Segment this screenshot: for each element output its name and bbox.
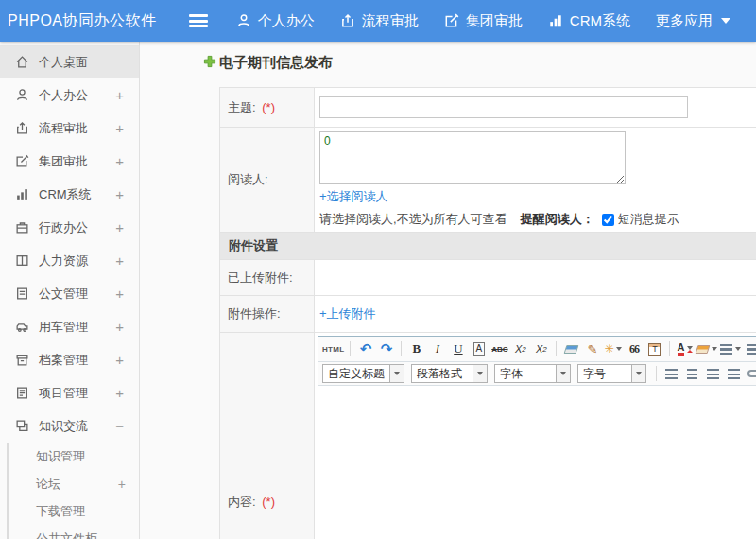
font-size-select[interactable]: 字号 — [577, 364, 646, 383]
archive-icon — [15, 353, 29, 367]
highlight-color-button[interactable] — [696, 340, 717, 358]
strikethrough-button[interactable]: ABC — [490, 340, 508, 358]
top-nav: 个人办公 流程审批 集团审批 CRM系统 更多应用 — [236, 12, 756, 30]
auto-typeset-button[interactable]: ✳ — [604, 340, 622, 358]
sidebar-item-workflow-approval[interactable]: 流程审批 + — [0, 112, 139, 145]
expand-toggle[interactable]: + — [115, 252, 124, 269]
eraser-icon — [564, 345, 579, 354]
publish-form: 主题: (*) 阅读人: 0 +选择阅读人 请选择阅读人,不选为所有 — [219, 87, 756, 539]
expand-toggle[interactable]: + — [115, 219, 124, 235]
editor-content-area[interactable] — [318, 386, 756, 539]
custom-title-select[interactable]: 自定义标题 — [322, 364, 404, 383]
paragraph-format-select[interactable]: 段落格式 — [411, 364, 488, 383]
brush-icon: ✎ — [587, 342, 597, 356]
blockquote-button[interactable]: 66 — [625, 340, 643, 358]
nav-group-approval[interactable]: 集团审批 — [444, 12, 523, 30]
sidebar-item-crm[interactable]: CRM系统 + — [0, 178, 139, 211]
redo-button[interactable]: ↷ — [377, 340, 395, 358]
subject-input[interactable] — [319, 96, 688, 118]
undo-button[interactable]: ↶ — [356, 340, 374, 358]
sidebar-subitem-download-mgmt[interactable]: 下载管理 — [9, 497, 139, 525]
expand-toggle[interactable]: + — [115, 120, 124, 136]
align-right-button[interactable] — [704, 365, 722, 383]
sidebar-subnav-knowledge: 知识管理 论坛 + 下载管理 公共文件柜 — [7, 443, 139, 539]
bar-chart-icon — [548, 13, 563, 28]
upload-attachment-link[interactable]: +上传附件 — [319, 306, 376, 321]
font-family-select[interactable]: 字体 — [494, 364, 571, 383]
subscript-button[interactable]: X2 — [532, 340, 550, 358]
unordered-list-button[interactable] — [744, 340, 756, 358]
expand-toggle[interactable]: + — [115, 319, 124, 335]
nav-more-apps[interactable]: 更多应用 — [656, 12, 730, 30]
nav-crm-system[interactable]: CRM系统 — [548, 12, 630, 30]
link-icon — [747, 370, 756, 377]
format-painter-button[interactable]: ✎ — [583, 340, 601, 358]
content-row: 内容: (*) HTML ↶ ↷ B I — [220, 333, 756, 539]
justify-button[interactable] — [725, 365, 743, 383]
underline-button[interactable]: U — [449, 340, 467, 358]
nav-personal-office[interactable]: 个人办公 — [236, 12, 315, 30]
editor-toolbar-row2: 自定义标题 段落格式 字体 — [318, 362, 756, 386]
unordered-list-icon — [747, 344, 756, 355]
ordered-list-button[interactable] — [720, 340, 741, 358]
sidebar-subitem-public-cabinet[interactable]: 公共文件柜 — [9, 525, 139, 539]
document-icon — [15, 287, 29, 301]
align-left-icon — [665, 369, 678, 379]
nav-workflow-approval[interactable]: 流程审批 — [340, 12, 419, 30]
sidebar-item-group-approval[interactable]: 集团审批 + — [0, 145, 139, 178]
char-border-button[interactable]: A — [470, 340, 488, 358]
readers-textarea[interactable]: 0 — [319, 131, 626, 184]
sidebar-item-vehicle-mgmt[interactable]: 用车管理 + — [0, 310, 139, 343]
remind-readers-label: 提醒阅读人： — [521, 211, 594, 228]
font-color-button[interactable]: A — [676, 340, 694, 358]
ordered-list-icon — [720, 344, 732, 355]
expand-toggle[interactable]: + — [115, 352, 124, 368]
bold-button[interactable]: B — [407, 340, 425, 358]
toolbar-separator — [350, 341, 351, 356]
rich-text-editor: HTML ↶ ↷ B I U A ABC X2 X2 — [318, 336, 756, 539]
expand-toggle[interactable]: + — [115, 286, 124, 302]
html-source-button[interactable]: HTML — [322, 340, 344, 358]
expand-toggle[interactable]: + — [115, 87, 124, 103]
sidebar-item-project-mgmt[interactable]: 项目管理 + — [0, 376, 139, 409]
insert-link-button[interactable] — [746, 365, 756, 383]
justify-icon — [728, 369, 740, 379]
remove-format-button[interactable] — [562, 340, 580, 358]
editor-toolbar-row1: HTML ↶ ↷ B I U A ABC X2 X2 — [318, 337, 756, 362]
insert-date-button[interactable]: T — [645, 340, 663, 358]
chat-icon — [15, 419, 29, 433]
sms-notify-checkbox[interactable] — [602, 214, 614, 226]
superscript-button[interactable]: X2 — [511, 340, 529, 358]
align-left-button[interactable] — [662, 365, 680, 383]
sidebar-item-knowledge-exchange[interactable]: 知识交流 − — [0, 409, 139, 443]
sidebar-item-hr[interactable]: 人力资源 + — [0, 244, 139, 277]
sidebar-item-doc-mgmt[interactable]: 公文管理 + — [0, 277, 139, 310]
sidebar-item-personal-desktop[interactable]: 个人桌面 — [0, 45, 139, 78]
sidebar-item-personal-office[interactable]: 个人办公 + — [0, 78, 139, 112]
sidebar-item-archive-mgmt[interactable]: 档案管理 + — [0, 343, 139, 376]
caret-down-icon — [712, 347, 717, 351]
edit-icon — [15, 154, 29, 168]
page-title: 电子期刊信息发布 — [219, 54, 756, 72]
sidebar-item-admin-office[interactable]: 行政办公 + — [0, 211, 139, 244]
required-mark: (*) — [262, 495, 275, 509]
marker-icon — [696, 345, 711, 354]
menu-toggle-icon[interactable] — [189, 14, 208, 27]
sidebar-subitem-forum[interactable]: 论坛 + — [9, 470, 139, 497]
sidebar-subitem-knowledge-mgmt[interactable]: 知识管理 — [9, 443, 139, 470]
uploaded-attachments-row: 已上传附件: — [220, 260, 756, 296]
expand-toggle[interactable]: + — [118, 477, 126, 492]
align-center-button[interactable] — [683, 365, 701, 383]
expand-toggle[interactable]: + — [115, 186, 124, 202]
sidebar: 个人桌面 个人办公 + 流程审批 + 集团审批 + CRM系统 + 行政办公 +… — [0, 42, 140, 539]
collapse-toggle[interactable]: − — [115, 418, 124, 434]
choose-readers-link[interactable]: +选择阅读人 — [319, 189, 388, 203]
font-color-icon: A — [678, 342, 685, 356]
expand-toggle[interactable]: + — [115, 385, 124, 401]
content-label-cell: 内容: (*) — [220, 333, 315, 539]
uploaded-label-cell: 已上传附件: — [220, 260, 315, 296]
expand-toggle[interactable]: + — [115, 153, 124, 169]
caret-down-icon — [616, 347, 622, 351]
italic-button[interactable]: I — [428, 340, 446, 358]
briefcase-icon — [15, 220, 29, 235]
